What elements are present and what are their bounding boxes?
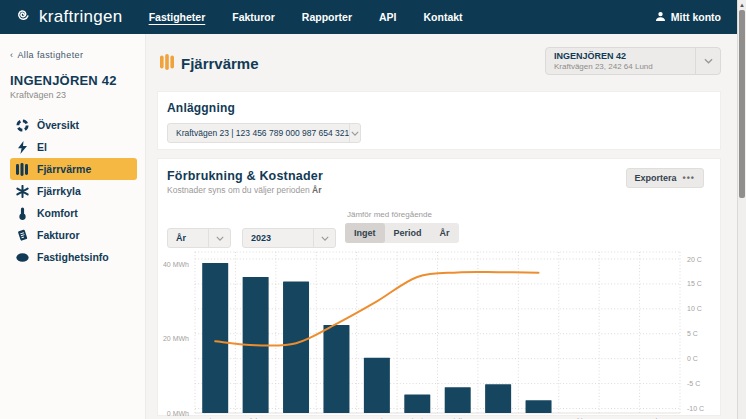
invoices-icon bbox=[15, 228, 29, 242]
nav-item-kontakt[interactable]: Kontakt bbox=[424, 11, 463, 23]
main-content: Fjärrvärme INGENJÖREN 42 Kraftvägen 23, … bbox=[147, 34, 737, 419]
sidebar-item-fakturor[interactable]: Fakturor bbox=[10, 224, 137, 246]
sidebar-item-label: Fjärrvärme bbox=[37, 163, 91, 175]
nav-item-api[interactable]: API bbox=[379, 11, 397, 23]
bar-aug. bbox=[485, 384, 511, 413]
chevron-down-icon bbox=[695, 48, 720, 74]
chevron-down-icon bbox=[313, 229, 335, 247]
bar-jan. bbox=[202, 263, 228, 413]
top-navbar: kraftringen Fastigheter Fakturor Rapport… bbox=[0, 0, 737, 34]
sidebar-item-el[interactable]: El bbox=[10, 136, 137, 158]
compare-segmented-control: Inget Period År bbox=[345, 223, 459, 243]
property-selector-address: Kraftvägen 23, 242 64 Lund bbox=[554, 62, 695, 71]
consumption-card: Förbrukning & Kostnader Kostnader syns o… bbox=[157, 158, 721, 416]
consumption-chart: 0 MWh20 MWh40 MWh20 C15 C10 C5 C0 C-5 C-… bbox=[158, 249, 718, 419]
chevron-down-icon bbox=[208, 229, 230, 247]
bar-apr. bbox=[323, 325, 349, 413]
y-right-tick-label: -10 C bbox=[687, 405, 704, 412]
user-icon bbox=[655, 11, 666, 24]
sidebar-item-komfort[interactable]: Komfort bbox=[10, 202, 137, 224]
property-name: INGENJÖREN 42 bbox=[10, 73, 137, 88]
scroll-up-arrow-icon[interactable]: ▲ bbox=[738, 1, 746, 9]
year-dropdown-value: 2023 bbox=[243, 233, 313, 243]
nav-item-fakturor[interactable]: Fakturor bbox=[232, 11, 275, 23]
page-header: Fjärrvärme INGENJÖREN 42 Kraftvägen 23, … bbox=[157, 34, 721, 88]
compare-control: Jämför med föregående Inget Period År bbox=[345, 210, 459, 243]
sidebar-menu: Översikt El Fjärrvärme bbox=[10, 114, 137, 268]
chart-controls: År 2023 Jämför med föregående Inget Peri… bbox=[167, 210, 708, 248]
consumption-bars bbox=[202, 263, 551, 413]
y-right-tick-label: 15 C bbox=[687, 280, 702, 287]
sidebar-item-label: Fjärrkyla bbox=[37, 185, 81, 197]
facility-heading: Anläggning bbox=[167, 101, 708, 115]
property-selector-name: INGENJÖREN 42 bbox=[554, 51, 695, 61]
facility-dropdown[interactable]: Kraftvägen 23 | 123 456 789 000 987 654 … bbox=[167, 123, 361, 143]
property-address: Kraftvägen 23 bbox=[10, 90, 137, 100]
sidebar-item-label: Översikt bbox=[37, 119, 79, 131]
comfort-thermometer-icon bbox=[15, 206, 29, 220]
account-button[interactable]: Mitt konto bbox=[655, 11, 721, 24]
compare-option-ar[interactable]: År bbox=[431, 223, 459, 243]
page-title: Fjärrvärme bbox=[160, 54, 259, 73]
back-link-label: Alla fastigheter bbox=[17, 50, 83, 60]
kraftringen-swirl-icon bbox=[13, 5, 33, 29]
account-label: Mitt konto bbox=[671, 11, 721, 23]
y-right-tick-label: 20 C bbox=[687, 256, 702, 263]
y-right-tick-label: 0 C bbox=[687, 355, 698, 362]
bar-maj bbox=[364, 358, 390, 413]
district-heating-icon bbox=[15, 162, 29, 176]
sidebar-item-label: Komfort bbox=[37, 207, 78, 219]
year-dropdown[interactable]: 2023 bbox=[242, 228, 336, 248]
heating-bars-icon bbox=[160, 54, 174, 73]
chevron-down-icon bbox=[349, 124, 360, 142]
bar-mars bbox=[283, 282, 309, 413]
brand-logo[interactable]: kraftringen bbox=[0, 5, 123, 29]
y-left-tick-label: 40 MWh bbox=[163, 261, 189, 268]
bar-juni bbox=[404, 394, 430, 413]
period-dropdown[interactable]: År bbox=[167, 228, 231, 248]
export-label: Exportera bbox=[635, 173, 677, 183]
property-info-icon bbox=[15, 250, 29, 264]
sidebar-item-fjarrvarme[interactable]: Fjärrvärme bbox=[10, 158, 137, 180]
y-left-tick-label: 0 MWh bbox=[167, 410, 189, 417]
overview-icon bbox=[15, 118, 29, 132]
chevron-left-icon: ‹ bbox=[10, 50, 13, 60]
sidebar-item-label: Fastighetsinfo bbox=[37, 251, 109, 263]
y-right-tick-label: 10 C bbox=[687, 305, 702, 312]
y-left-tick-label: 20 MWh bbox=[163, 335, 189, 342]
sidebar: ‹ Alla fastigheter INGENJÖREN 42 Kraftvä… bbox=[0, 34, 146, 419]
district-cooling-icon bbox=[15, 184, 29, 198]
y-right-tick-label: -5 C bbox=[687, 380, 700, 387]
scrollbar-thumb[interactable] bbox=[739, 10, 745, 198]
sidebar-item-oversikt[interactable]: Översikt bbox=[10, 114, 137, 136]
top-navigation: Fastigheter Fakturor Rapporter API Konta… bbox=[149, 11, 463, 23]
sidebar-item-fjarrkyla[interactable]: Fjärrkyla bbox=[10, 180, 137, 202]
page-title-text: Fjärrvärme bbox=[181, 55, 259, 72]
facility-dropdown-value: Kraftvägen 23 | 123 456 789 000 987 654 … bbox=[168, 128, 349, 138]
compare-option-period[interactable]: Period bbox=[385, 223, 431, 243]
vertical-scrollbar[interactable]: ▲ bbox=[737, 0, 746, 419]
back-to-properties-link[interactable]: ‹ Alla fastigheter bbox=[10, 50, 137, 60]
ellipsis-icon: ••• bbox=[683, 173, 695, 183]
compare-label: Jämför med föregående bbox=[347, 210, 459, 219]
y-right-tick-label: 5 C bbox=[687, 330, 698, 337]
period-dropdown-value: År bbox=[168, 233, 208, 243]
bar-sep. bbox=[526, 400, 552, 413]
property-selector-value: INGENJÖREN 42 Kraftvägen 23, 242 64 Lund bbox=[546, 48, 695, 74]
brand-name: kraftringen bbox=[39, 7, 123, 27]
export-button[interactable]: Exportera ••• bbox=[626, 168, 704, 188]
bar-juli bbox=[445, 387, 471, 413]
facility-card: Anläggning Kraftvägen 23 | 123 456 789 0… bbox=[157, 91, 721, 150]
property-selector-dropdown[interactable]: INGENJÖREN 42 Kraftvägen 23, 242 64 Lund bbox=[545, 47, 721, 75]
sidebar-item-fastighetsinfo[interactable]: Fastighetsinfo bbox=[10, 246, 137, 268]
sidebar-item-label: Fakturor bbox=[37, 229, 80, 241]
consumption-chart-svg: 0 MWh20 MWh40 MWh20 C15 C10 C5 C0 C-5 C-… bbox=[158, 249, 718, 419]
nav-item-fastigheter[interactable]: Fastigheter bbox=[149, 11, 206, 23]
sidebar-item-label: El bbox=[37, 141, 47, 153]
nav-item-rapporter[interactable]: Rapporter bbox=[302, 11, 352, 23]
compare-option-inget[interactable]: Inget bbox=[345, 223, 385, 243]
electricity-icon bbox=[15, 140, 29, 154]
